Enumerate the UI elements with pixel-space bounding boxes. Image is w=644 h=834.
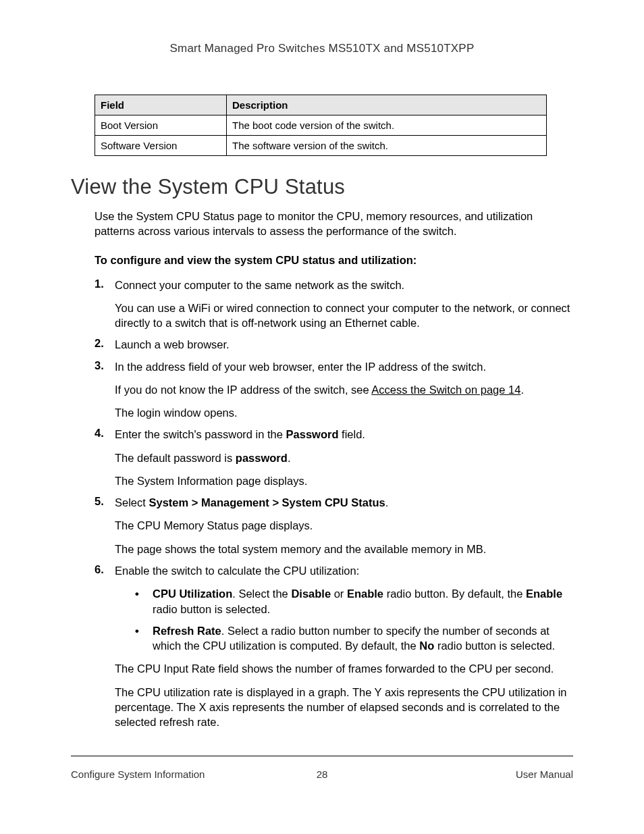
field-description-table: Field Description Boot Version The boot … [95, 95, 547, 156]
step-text: Enable the switch to calculate the CPU u… [115, 563, 573, 578]
step-number: 3. [95, 359, 115, 421]
step-text: The CPU utilization rate is displayed in… [115, 685, 573, 730]
step-4: 4. Enter the switch's password in the Pa… [95, 427, 573, 488]
step-2: 2. Launch a web browser. [95, 337, 573, 352]
step-text: Enter the switch's password in the Passw… [115, 427, 573, 442]
step-text: In the address field of your web browser… [115, 359, 573, 374]
step-text: The default password is password. [115, 450, 573, 465]
table-cell: Software Version [95, 136, 227, 156]
footer-rule [71, 756, 573, 756]
step-text: The login window opens. [115, 405, 573, 420]
page-footer: Configure System Information 28 User Man… [71, 756, 573, 780]
cross-reference-link[interactable]: Access the Switch on page 14 [371, 384, 520, 396]
procedure-heading: To configure and view the system CPU sta… [95, 254, 573, 267]
step-5: 5. Select System > Management > System C… [95, 495, 573, 556]
footer-manual-label: User Manual [516, 768, 573, 780]
step-text: The page shows the total system memory a… [115, 542, 573, 556]
bullet-text: Refresh Rate. Select a radio button numb… [153, 623, 573, 654]
step-number: 4. [95, 427, 115, 488]
step-text: If you do not know the IP address of the… [115, 382, 573, 397]
step-number: 5. [95, 495, 115, 556]
step-text: The System Information page displays. [115, 473, 573, 488]
table-header-field: Field [95, 95, 227, 115]
step-3: 3. In the address field of your web brow… [95, 359, 573, 421]
bullet-text: CPU Utilization. Select the Disable or E… [153, 586, 573, 617]
table-cell: Boot Version [95, 115, 227, 136]
step-text: The CPU Memory Status page displays. [115, 518, 573, 533]
step-number: 1. [95, 278, 115, 331]
step-1: 1. Connect your computer to the same net… [95, 278, 573, 331]
bullet-item: • Refresh Rate. Select a radio button nu… [135, 623, 573, 654]
intro-paragraph: Use the System CPU Status page to monito… [95, 209, 573, 239]
step-text: Select System > Management > System CPU … [115, 495, 573, 510]
bullet-item: • CPU Utilization. Select the Disable or… [135, 586, 573, 617]
step-number: 2. [95, 337, 115, 352]
bullet-icon: • [135, 623, 153, 654]
document-header: Smart Managed Pro Switches MS510TX and M… [71, 42, 573, 55]
page-number: 28 [317, 768, 328, 780]
bullet-icon: • [135, 586, 153, 617]
table-row: Boot Version The boot code version of th… [95, 115, 547, 136]
table-header-description: Description [227, 95, 547, 115]
step-6: 6. Enable the switch to calculate the CP… [95, 563, 573, 729]
step-number: 6. [95, 563, 115, 729]
footer-section-name: Configure System Information [71, 768, 205, 780]
step-text: Launch a web browser. [115, 337, 573, 352]
table-row: Software Version The software version of… [95, 136, 547, 156]
step-text: You can use a WiFi or wired connection t… [115, 301, 573, 331]
table-cell: The boot code version of the switch. [227, 115, 547, 136]
step-text: Connect your computer to the same networ… [115, 278, 573, 292]
step-text: The CPU Input Rate field shows the numbe… [115, 661, 573, 676]
table-cell: The software version of the switch. [227, 136, 547, 156]
section-heading: View the System CPU Status [71, 175, 573, 199]
